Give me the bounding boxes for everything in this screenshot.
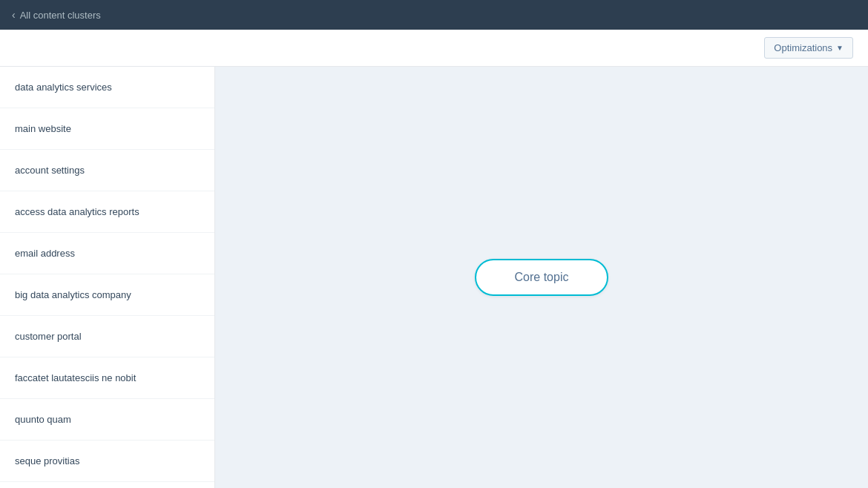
main-content: data analytics servicesmain websiteaccou…: [0, 67, 868, 488]
list-item[interactable]: account settings: [0, 150, 214, 191]
core-topic-node[interactable]: Core topic: [475, 259, 608, 296]
top-nav: ‹ All content clusters: [0, 0, 868, 30]
list-item[interactable]: access data analytics reports: [0, 191, 214, 233]
list-item[interactable]: seque provitias: [0, 441, 214, 482]
chevron-down-icon: ▼: [836, 44, 844, 52]
list-item[interactable]: customer portal: [0, 316, 214, 357]
optimizations-button[interactable]: Optimizations ▼: [764, 37, 853, 59]
core-topic-label: Core topic: [515, 271, 569, 284]
back-arrow-icon: ‹: [12, 9, 16, 21]
toolbar: Optimizations ▼: [0, 30, 868, 67]
back-link[interactable]: ‹ All content clusters: [12, 9, 101, 21]
list-item[interactable]: email address: [0, 233, 214, 274]
list-item[interactable]: data analytics services: [0, 67, 214, 108]
list-item[interactable]: quunto quam: [0, 399, 214, 441]
canvas-area: Core topic: [215, 67, 868, 488]
sidebar-list: data analytics servicesmain websiteaccou…: [0, 67, 215, 488]
back-link-label: All content clusters: [20, 10, 101, 21]
list-item[interactable]: lestium estor reptaerum: [0, 482, 214, 488]
optimizations-label: Optimizations: [774, 42, 832, 53]
list-item[interactable]: main website: [0, 108, 214, 150]
list-item[interactable]: big data analytics company: [0, 274, 214, 316]
list-item[interactable]: faccatet lautatesciis ne nobit: [0, 357, 214, 399]
